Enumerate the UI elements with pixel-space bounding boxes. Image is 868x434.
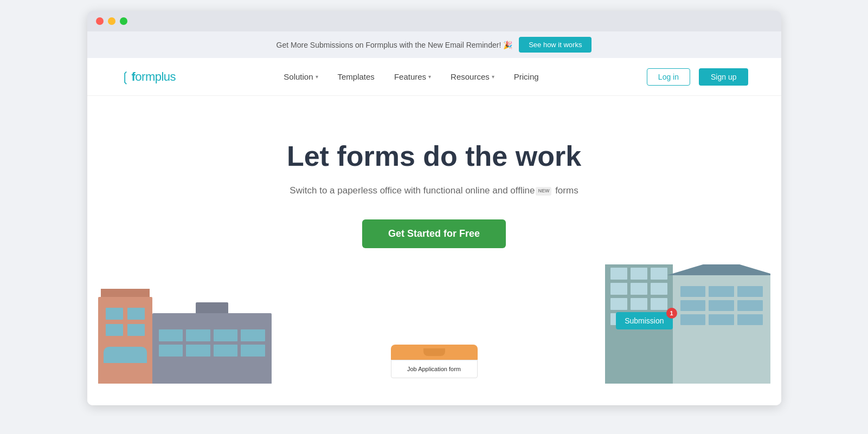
navbar: ❲ formplus Solution ▾ Templates Features… bbox=[87, 58, 781, 96]
window bbox=[159, 345, 183, 357]
window bbox=[214, 345, 238, 357]
window bbox=[631, 283, 647, 295]
nav-actions: Log in Sign up bbox=[647, 68, 749, 86]
nav-item-templates[interactable]: Templates bbox=[338, 72, 375, 81]
window bbox=[709, 314, 734, 325]
window bbox=[651, 298, 667, 310]
logo-bracket-icon: ❲ bbox=[120, 70, 131, 83]
window bbox=[214, 329, 238, 341]
form-top-bar bbox=[391, 345, 478, 360]
close-button[interactable] bbox=[96, 17, 104, 25]
window bbox=[127, 308, 145, 320]
submission-label: Submission bbox=[625, 316, 664, 325]
window bbox=[737, 314, 763, 325]
hero-subtitle: Switch to a paperless office with functi… bbox=[98, 184, 770, 198]
get-started-button[interactable]: Get Started for Free bbox=[362, 219, 506, 248]
window bbox=[106, 308, 123, 320]
logo[interactable]: ❲ formplus bbox=[120, 70, 176, 84]
browser-titlebar bbox=[87, 11, 781, 31]
minimize-button[interactable] bbox=[108, 17, 115, 25]
browser-content: Get More Submissions on Formplus with th… bbox=[87, 31, 781, 405]
nav-templates-label: Templates bbox=[338, 72, 375, 81]
nav-item-solution[interactable]: Solution ▾ bbox=[284, 72, 318, 81]
window-arch bbox=[104, 347, 147, 363]
nav-resources-label: Resources bbox=[451, 72, 490, 81]
center-form-card: Job Application form bbox=[391, 345, 478, 378]
window bbox=[241, 345, 265, 357]
window bbox=[241, 329, 265, 341]
window bbox=[680, 300, 706, 311]
signup-button[interactable]: Sign up bbox=[699, 68, 748, 86]
chevron-down-icon: ▾ bbox=[428, 74, 431, 80]
hero-section: Let forms do the work Switch to a paperl… bbox=[87, 96, 781, 405]
buildings-left bbox=[98, 297, 272, 384]
hero-subtitle-before: Switch to a paperless office with functi… bbox=[290, 185, 535, 196]
login-button[interactable]: Log in bbox=[647, 68, 690, 86]
chevron-down-icon: ▾ bbox=[316, 74, 318, 80]
nav-item-resources[interactable]: Resources ▾ bbox=[451, 72, 494, 81]
announcement-banner: Get More Submissions on Formplus with th… bbox=[87, 31, 781, 58]
maximize-button[interactable] bbox=[120, 17, 127, 25]
window bbox=[127, 324, 145, 336]
building-windows bbox=[673, 275, 770, 336]
chevron-down-icon: ▾ bbox=[492, 74, 494, 80]
window bbox=[159, 329, 183, 341]
submission-count: 1 bbox=[666, 308, 677, 319]
nav-item-features[interactable]: Features ▾ bbox=[394, 72, 431, 81]
window bbox=[709, 300, 734, 311]
window bbox=[737, 286, 763, 297]
window bbox=[610, 283, 627, 295]
banner-cta-button[interactable]: See how it works bbox=[519, 37, 591, 53]
window bbox=[631, 268, 647, 280]
building-4 bbox=[673, 275, 770, 384]
building-1 bbox=[98, 297, 152, 384]
hero-subtitle-after: forms bbox=[552, 185, 578, 196]
window bbox=[610, 298, 627, 310]
window bbox=[680, 286, 706, 297]
submission-tag: Submission 1 bbox=[616, 312, 672, 329]
nav-pricing-label: Pricing bbox=[514, 72, 539, 81]
window bbox=[709, 286, 734, 297]
window bbox=[680, 314, 706, 325]
window bbox=[186, 345, 210, 357]
hero-title: Let forms do the work bbox=[98, 139, 770, 173]
window bbox=[737, 300, 763, 311]
form-notch bbox=[423, 348, 445, 356]
form-card-label: Job Application form bbox=[397, 366, 472, 372]
logo-text: formplus bbox=[132, 70, 176, 84]
window bbox=[610, 268, 627, 280]
submission-badge: Submission 1 bbox=[616, 312, 672, 329]
banner-text: Get More Submissions on Formplus with th… bbox=[277, 41, 513, 49]
building-top bbox=[196, 302, 228, 313]
nav-features-label: Features bbox=[394, 72, 426, 81]
building-roof bbox=[667, 264, 770, 275]
nav-links: Solution ▾ Templates Features ▾ Resource… bbox=[284, 72, 538, 81]
form-card-body: Job Application form bbox=[391, 360, 478, 378]
nav-item-pricing[interactable]: Pricing bbox=[514, 72, 539, 81]
nav-solution-label: Solution bbox=[284, 72, 313, 81]
window bbox=[106, 324, 123, 336]
window bbox=[651, 268, 667, 280]
building-windows bbox=[98, 297, 152, 347]
building-windows bbox=[152, 313, 272, 362]
new-badge: NEW bbox=[536, 187, 551, 196]
building-2 bbox=[152, 313, 272, 384]
window bbox=[651, 283, 667, 295]
buildings-right: Submission 1 bbox=[605, 264, 770, 384]
window bbox=[186, 329, 210, 341]
window bbox=[631, 298, 647, 310]
hero-illustration: Job Application form bbox=[98, 264, 770, 384]
